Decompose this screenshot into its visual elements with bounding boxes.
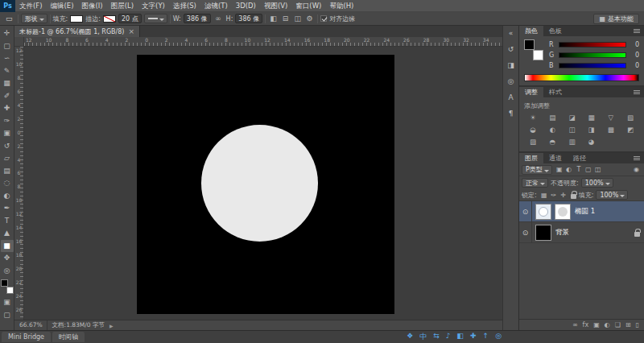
quick-selection-tool[interactable]: ✎ xyxy=(1,65,14,78)
quick-mask-icon[interactable]: ▣ xyxy=(1,296,14,309)
taskbar-icon-4[interactable]: ♪ xyxy=(446,332,451,342)
posterize-icon[interactable]: ▨ xyxy=(524,137,542,147)
timeline-tab[interactable]: 时间轴 xyxy=(52,332,85,342)
canvas-viewport[interactable] xyxy=(24,47,502,320)
selective-color-icon[interactable]: ◕ xyxy=(582,137,600,147)
taskbar-icon-6[interactable]: ✚ xyxy=(470,332,477,342)
threshold-icon[interactable]: ◓ xyxy=(543,137,561,147)
properties-panel-icon[interactable]: ◨ xyxy=(505,60,518,71)
blur-tool[interactable]: ◌ xyxy=(1,177,14,190)
layer-style-icon[interactable]: fx xyxy=(583,321,589,329)
type-layer-filter-icon[interactable]: T xyxy=(574,166,584,173)
color-tab[interactable]: 颜色 xyxy=(519,26,543,36)
adjustments-tab[interactable]: 调整 xyxy=(519,87,543,97)
menu-type[interactable]: 文字(Y) xyxy=(138,0,169,12)
menu-window[interactable]: 窗口(W) xyxy=(291,0,325,12)
collapse-panels-icon[interactable]: « xyxy=(505,28,518,39)
info-panel-icon[interactable]: ◎ xyxy=(505,76,518,87)
gear-icon[interactable]: ⚙ xyxy=(304,14,315,23)
workspace-switcher-button[interactable]: ▦ 基本功能 xyxy=(593,14,639,24)
width-field[interactable]: 386 像 xyxy=(184,14,211,23)
mini-bridge-tab[interactable]: Mini Bridge xyxy=(2,332,51,342)
new-group-icon[interactable]: ❏ xyxy=(615,321,621,329)
layer-thumbnail[interactable] xyxy=(535,225,551,241)
styles-tab[interactable]: 样式 xyxy=(543,87,568,97)
menu-layer[interactable]: 图层(L) xyxy=(107,0,138,12)
vibrance-icon[interactable]: ▽ xyxy=(602,113,620,123)
menu-help[interactable]: 帮助(H) xyxy=(325,0,357,12)
pixel-layer-filter-icon[interactable]: ▣ xyxy=(555,166,564,173)
panel-menu-icon[interactable] xyxy=(634,158,640,159)
foreground-background-swatches[interactable] xyxy=(1,279,14,294)
adjustment-layer-filter-icon[interactable]: ◐ xyxy=(564,166,574,173)
visibility-eye-icon[interactable]: ⊙ xyxy=(519,222,532,243)
brightness-contrast-icon[interactable]: ☀ xyxy=(524,113,542,123)
background-color-swatch[interactable] xyxy=(6,287,14,294)
eraser-tool[interactable]: ▱ xyxy=(1,152,14,165)
document-tab[interactable]: 未标题-1 @ 66.7%(椭圆 1, RGB/8) × xyxy=(14,26,140,37)
menu-edit[interactable]: 编辑(E) xyxy=(47,0,78,12)
swatches-tab[interactable]: 色板 xyxy=(543,26,568,36)
tab-close-icon[interactable]: × xyxy=(128,27,134,35)
ruler-corner[interactable] xyxy=(14,37,24,47)
vector-mask-thumbnail[interactable] xyxy=(555,204,571,220)
menu-3d[interactable]: 3D(D) xyxy=(232,0,260,12)
lock-all-icon[interactable] xyxy=(571,194,576,199)
vertical-ruler[interactable]: 1210864202468101214161820222426 xyxy=(14,47,24,320)
crop-tool[interactable]: ▦ xyxy=(1,77,14,90)
taskbar-icon-3[interactable]: ⇆ xyxy=(433,332,440,342)
menu-file[interactable]: 文件(F) xyxy=(15,0,47,12)
color-panel-swatches[interactable] xyxy=(524,39,543,60)
type-tool[interactable]: T xyxy=(1,215,14,228)
paths-tab[interactable]: 路径 xyxy=(568,153,592,163)
layer-row-ellipse-1[interactable]: ⊙ 椭圆 1 xyxy=(519,201,644,222)
panel-menu-icon[interactable] xyxy=(634,31,640,31)
channel-mixer-icon[interactable]: ◨ xyxy=(582,125,600,135)
character-panel-icon[interactable]: A xyxy=(505,93,518,103)
stroke-style-select[interactable] xyxy=(144,14,167,23)
fill-color-swatch[interactable] xyxy=(70,15,83,23)
hue-saturation-icon[interactable]: ▧ xyxy=(621,113,639,123)
photo-filter-icon[interactable]: ◫ xyxy=(563,125,580,135)
shape-layer-filter-icon[interactable]: ▢ xyxy=(584,166,593,173)
tool-preset-icon[interactable]: ▭ xyxy=(3,14,15,24)
black-white-icon[interactable]: ◐ xyxy=(543,125,561,135)
blend-mode-select[interactable]: 正常 xyxy=(522,178,548,188)
height-field[interactable]: 386 像 xyxy=(235,14,262,23)
delete-layer-icon[interactable]: ▯ xyxy=(636,321,639,329)
screen-mode-icon[interactable]: ▢ xyxy=(1,309,14,322)
smart-object-filter-icon[interactable]: ◫ xyxy=(593,166,603,173)
color-spectrum-ramp[interactable] xyxy=(524,74,639,81)
taskbar-icon-1[interactable]: ❖ xyxy=(407,332,413,342)
foreground-color-swatch[interactable] xyxy=(1,279,8,287)
dodge-tool[interactable]: ◐ xyxy=(1,190,14,203)
lock-transparent-pixels-icon[interactable]: ▦ xyxy=(539,192,549,199)
levels-icon[interactable]: ▤ xyxy=(543,113,561,123)
gradient-map-icon[interactable]: ▥ xyxy=(563,137,580,147)
path-arrange-icon[interactable]: ◫ xyxy=(292,14,303,23)
filter-toggle-icon[interactable]: ◉ xyxy=(634,166,642,173)
lock-position-icon[interactable]: ✛ xyxy=(559,192,568,199)
stroke-color-swatch[interactable] xyxy=(103,15,116,23)
invert-icon[interactable]: ◩ xyxy=(621,125,639,135)
add-layer-mask-icon[interactable]: ▣ xyxy=(593,321,600,329)
background-color-swatch[interactable] xyxy=(533,50,543,60)
lock-image-pixels-icon[interactable]: ✑ xyxy=(549,192,559,199)
layer-filter-type-select[interactable]: P类型 xyxy=(522,165,552,175)
stroke-width-field[interactable]: 20 点 xyxy=(118,14,142,23)
foreground-color-swatch[interactable] xyxy=(524,39,535,50)
link-dimensions-icon[interactable]: ∞ xyxy=(213,14,224,23)
channel-value[interactable]: 0 xyxy=(630,62,639,69)
channel-slider[interactable] xyxy=(559,52,626,58)
path-selection-tool[interactable]: ▲ xyxy=(1,227,14,240)
path-operations-icon[interactable]: ◧ xyxy=(268,14,279,23)
taskbar-icon-2[interactable]: 中 xyxy=(419,332,427,342)
align-edges-checkbox[interactable] xyxy=(320,15,327,22)
zoom-level-field[interactable]: 66.67% xyxy=(18,320,47,330)
layers-tab[interactable]: 图层 xyxy=(519,153,543,163)
channel-value[interactable]: 0 xyxy=(630,41,639,48)
tool-mode-select[interactable]: 形状 xyxy=(21,14,47,23)
channel-value[interactable]: 0 xyxy=(630,52,639,59)
gradient-tool[interactable]: ▤ xyxy=(1,165,14,178)
taskbar-icon-7[interactable]: ↑ xyxy=(483,332,489,342)
